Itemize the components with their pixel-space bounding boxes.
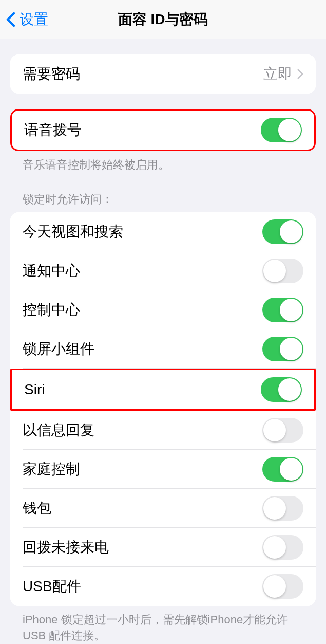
lock-row-toggle[interactable] xyxy=(262,418,303,443)
lock-access-section: 今天视图和搜索通知中心控制中心锁屏小组件Siri以信息回复家庭控制钱包回拨未接来… xyxy=(10,212,316,606)
lock-row-label: 以信息回复 xyxy=(23,420,94,440)
lock-row-label: 锁屏小组件 xyxy=(23,339,94,359)
lock-row-8: 回拨未接来电 xyxy=(10,528,316,567)
voice-dial-label: 语音拨号 xyxy=(24,120,82,140)
lock-row-label: USB配件 xyxy=(23,577,81,596)
lock-row-9: USB配件 xyxy=(10,567,316,606)
voice-dial-toggle[interactable] xyxy=(261,118,302,142)
voice-dial-section: 语音拨号 xyxy=(10,109,316,151)
navigation-bar: 设置 面容 ID与密码 xyxy=(0,0,326,39)
lock-row-toggle[interactable] xyxy=(262,337,303,361)
lock-row-label: 钱包 xyxy=(23,499,51,518)
require-passcode-value: 立即 xyxy=(263,64,292,84)
lock-row-toggle[interactable] xyxy=(262,259,303,283)
lock-row-4: Siri xyxy=(12,370,314,409)
back-label: 设置 xyxy=(20,10,48,29)
usb-footer: iPhone 锁定超过一小时后，需先解锁iPhone才能允许USB 配件连接。 xyxy=(0,606,326,644)
require-passcode-label: 需要密码 xyxy=(23,64,80,84)
lock-row-label: 回拨未接来电 xyxy=(23,538,109,557)
back-chevron-icon xyxy=(6,12,15,27)
lock-row-0: 今天视图和搜索 xyxy=(10,212,316,251)
lock-row-toggle[interactable] xyxy=(262,535,303,560)
lock-row-toggle[interactable] xyxy=(262,457,303,482)
lock-row-2: 控制中心 xyxy=(10,290,316,329)
page-title: 面容 ID与密码 xyxy=(0,10,326,29)
lock-row-label: Siri xyxy=(24,381,45,398)
require-passcode-section: 需要密码 立即 xyxy=(10,54,316,94)
voice-dial-footer: 音乐语音控制将始终被启用。 xyxy=(0,151,326,173)
lock-row-label: 控制中心 xyxy=(23,300,80,320)
lock-row-toggle[interactable] xyxy=(262,574,303,599)
lock-access-header: 锁定时允许访问： xyxy=(0,173,326,212)
lock-row-label: 通知中心 xyxy=(23,261,80,281)
chevron-right-icon xyxy=(297,69,303,79)
lock-row-toggle[interactable] xyxy=(262,496,303,521)
voice-dial-row: 语音拨号 xyxy=(12,111,314,150)
require-passcode-row[interactable]: 需要密码 立即 xyxy=(10,54,316,94)
lock-row-toggle[interactable] xyxy=(262,219,303,244)
back-button[interactable]: 设置 xyxy=(0,10,48,29)
lock-row-1: 通知中心 xyxy=(10,251,316,290)
lock-row-label: 家庭控制 xyxy=(23,459,80,479)
lock-row-toggle[interactable] xyxy=(262,298,303,322)
lock-row-6: 家庭控制 xyxy=(10,450,316,489)
lock-row-3: 锁屏小组件 xyxy=(10,329,316,369)
lock-row-5: 以信息回复 xyxy=(10,411,316,450)
lock-row-7: 钱包 xyxy=(10,489,316,528)
lock-row-label: 今天视图和搜索 xyxy=(23,222,123,242)
lock-row-toggle[interactable] xyxy=(261,377,302,402)
